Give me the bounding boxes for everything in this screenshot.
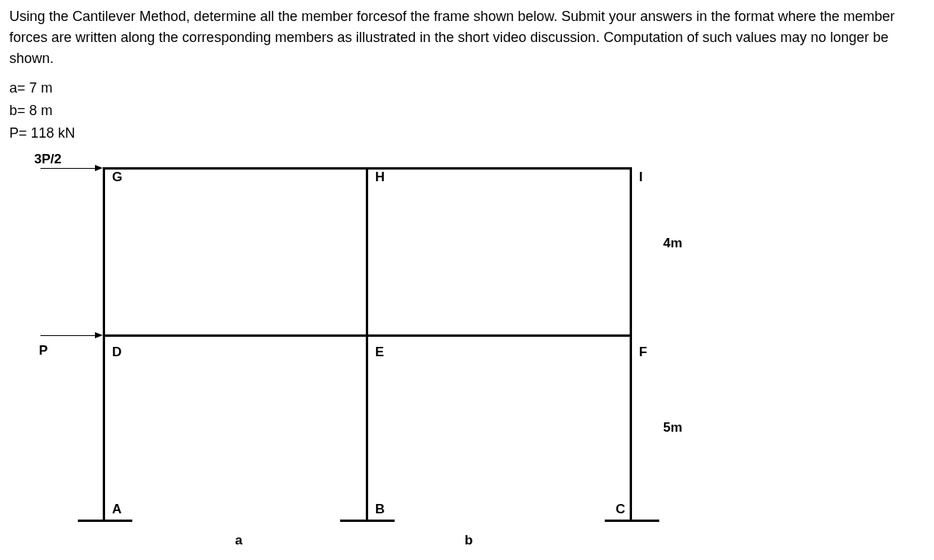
- span-b-label: b: [465, 533, 472, 548]
- frame-diagram: 3P/2 P G H I D E F A B C a b 4m 5m: [33, 159, 733, 556]
- height-top-label: 4m: [663, 236, 683, 251]
- support-A: [78, 520, 132, 522]
- node-G: G: [112, 170, 122, 185]
- column-left: [103, 167, 105, 521]
- load-top-label: 3P/2: [34, 152, 61, 167]
- height-bottom-label: 5m: [663, 420, 683, 436]
- problem-statement: Using the Cantilever Method, determine a…: [9, 6, 925, 69]
- node-D: D: [112, 345, 121, 360]
- load-arrow-mid-head: [95, 332, 103, 338]
- node-C: C: [616, 502, 625, 517]
- parameters: a= 7 m b= 8 m P= 118 kN: [9, 77, 925, 144]
- node-F: F: [639, 345, 647, 360]
- load-arrow-top-line: [40, 168, 95, 169]
- load-arrow-top-head: [95, 165, 103, 171]
- node-E: E: [375, 345, 384, 360]
- param-a: a= 7 m: [9, 77, 925, 100]
- support-B: [340, 520, 395, 522]
- node-I: I: [639, 170, 643, 185]
- param-P: P= 118 kN: [9, 122, 925, 145]
- column-middle: [366, 167, 368, 521]
- support-C: [605, 520, 659, 522]
- load-arrow-mid-line: [40, 335, 95, 336]
- node-A: A: [112, 502, 121, 517]
- param-b: b= 8 m: [9, 100, 925, 122]
- node-H: H: [375, 170, 384, 185]
- span-a-label: a: [235, 533, 242, 548]
- load-mid-label: P: [39, 343, 47, 359]
- node-B: B: [375, 502, 384, 517]
- column-right: [630, 167, 632, 521]
